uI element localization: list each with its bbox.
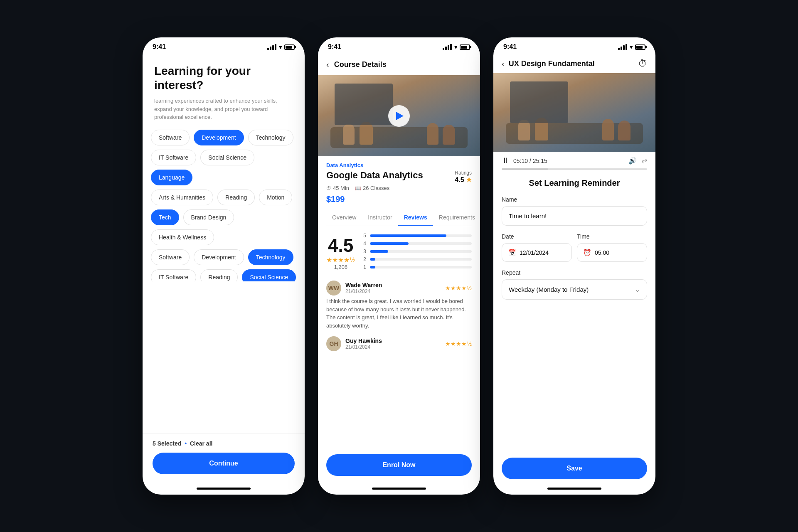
course-meta-left: ⏱ 45 Min 📖 26 Classes	[326, 185, 423, 191]
video-controls: ⏸ 05:10 / 25:15 🔊 ⇄	[493, 152, 655, 172]
tag-reading-2[interactable]: Reading	[200, 269, 238, 281]
play-button[interactable]	[388, 105, 410, 127]
repeat-select[interactable]: Weekday (Monday to Friday) ⌄	[502, 279, 647, 300]
pause-icon[interactable]: ⏸	[502, 156, 509, 165]
reviewer-info-2: GH Guy Hawkins 21/01/2024	[326, 336, 382, 351]
date-label: Date	[502, 233, 572, 240]
tag-tech-1[interactable]: Tech	[151, 209, 179, 225]
battery-icon-3	[635, 44, 645, 50]
reviewer-date-2: 21/01/2024	[345, 344, 382, 350]
save-footer: Save	[493, 458, 655, 484]
form-group-name: Name	[502, 196, 647, 226]
course-details-title: Course Details	[334, 60, 387, 69]
ux-title: UX Design Fundamental	[509, 59, 595, 68]
form-group-date: Date 📅 12/01/2024	[502, 233, 572, 262]
tag-row-5: Software Development Technology	[151, 249, 296, 265]
course-duration: ⏱ 45 Min	[326, 185, 349, 191]
tag-technology-2[interactable]: Technology	[248, 249, 293, 265]
rating-number: 4.5	[326, 235, 355, 256]
tab-instructor[interactable]: Instructor	[362, 210, 398, 226]
selected-count: 5 Selected • Clear all	[153, 440, 295, 447]
status-icons: ▾	[267, 44, 295, 50]
tag-it-software-1[interactable]: IT Software	[151, 150, 196, 165]
tag-it-software-2[interactable]: IT Software	[151, 269, 196, 281]
course-info-section: Data Analytics Google Data Analytics ⏱ 4…	[318, 156, 480, 449]
date-input[interactable]: 📅 12/01/2024	[502, 243, 572, 262]
home-indicator-2	[372, 488, 426, 490]
tag-arts-1[interactable]: Arts & Humanities	[151, 190, 213, 205]
header-left: ‹ UX Design Fundamental	[502, 59, 595, 69]
status-time: 9:41	[153, 43, 166, 51]
tag-row-4: Tech Brand Design Health & Wellness	[151, 209, 296, 245]
tag-row-3: Arts & Humanities Reading Motion	[151, 190, 296, 205]
rating-section: 4.5 ★★★★½ 1,206 5 4 3 2	[326, 233, 472, 272]
volume-icon[interactable]: 🔊	[628, 157, 637, 165]
continue-button[interactable]: Continue	[153, 453, 295, 474]
tags-container: Software Development Technology IT Softw…	[143, 121, 305, 281]
video-section[interactable]	[493, 73, 655, 152]
wifi-icon: ▾	[279, 44, 282, 50]
reviewer-info-1: WW Wade Warren 21/01/2024	[326, 281, 382, 296]
reviewer-name-2: Guy Hawkins	[345, 337, 382, 344]
tag-reading-1[interactable]: Reading	[217, 190, 255, 205]
tag-row-1: Software Development Technology	[151, 130, 296, 145]
reviewer-avatar-2: GH	[326, 336, 341, 351]
bar-row-2: 2	[363, 256, 472, 262]
status-icons-3: ▾	[618, 44, 645, 50]
timer-icon[interactable]: ⏱	[638, 58, 647, 69]
progress-fill	[502, 168, 548, 170]
signal-icon-3	[618, 44, 627, 50]
tag-health-1[interactable]: Health & Wellness	[151, 229, 214, 245]
back-button[interactable]: ‹	[326, 60, 329, 69]
time-value: 05.00	[595, 249, 609, 256]
wifi-icon-3: ▾	[630, 44, 633, 50]
tag-development-2[interactable]: Development	[194, 249, 244, 265]
tab-overview[interactable]: Overview	[326, 210, 362, 226]
clear-all-button[interactable]: Clear all	[190, 440, 212, 447]
shuffle-icon[interactable]: ⇄	[642, 157, 647, 165]
phone-interest-selection: 9:41 ▾ Learning for your interest? learn…	[143, 37, 305, 495]
status-time-3: 9:41	[503, 43, 517, 51]
review-stars-1: ★★★★½	[445, 285, 472, 291]
review-card-2: GH Guy Hawkins 21/01/2024 ★★★★½	[326, 336, 472, 351]
phone-ux-design: 9:41 ▾ ‹ UX Design Fundamental ⏱	[493, 37, 655, 495]
tag-software-1[interactable]: Software	[151, 130, 190, 145]
tag-row-2: IT Software Social Science Language	[151, 150, 296, 185]
tag-development-1[interactable]: Development	[194, 130, 244, 145]
status-bar-2: 9:41 ▾	[318, 37, 480, 54]
time-input[interactable]: ⏰ 05.00	[577, 243, 647, 262]
form-group-repeat: Repeat Weekday (Monday to Friday) ⌄	[502, 269, 647, 300]
name-input[interactable]	[502, 206, 647, 226]
progress-bar[interactable]	[502, 168, 647, 170]
play-icon	[396, 112, 404, 120]
course-video-thumbnail[interactable]	[318, 75, 480, 156]
reminder-section: Set Learning Reminder Name Date 📅 12/01/…	[493, 172, 655, 458]
interest-footer: 5 Selected • Clear all Continue	[143, 433, 305, 484]
status-icons-2: ▾	[443, 44, 470, 50]
bar-row-1: 1	[363, 264, 472, 270]
tag-technology-1[interactable]: Technology	[248, 130, 293, 145]
tag-social-science-1[interactable]: Social Science	[200, 150, 254, 165]
status-bar: 9:41 ▾	[143, 37, 305, 54]
tag-language-1[interactable]: Language	[151, 170, 192, 185]
name-label: Name	[502, 196, 647, 203]
save-button[interactable]: Save	[502, 458, 647, 479]
tab-reviews[interactable]: Reviews	[398, 210, 433, 226]
chevron-down-icon: ⌄	[635, 286, 640, 293]
ux-header: ‹ UX Design Fundamental ⏱	[493, 54, 655, 73]
tag-software-2[interactable]: Software	[151, 249, 190, 265]
tag-brand-design-1[interactable]: Brand Design	[183, 209, 234, 225]
course-header: ‹ Course Details	[318, 54, 480, 75]
rating-big: 4.5 ★★★★½ 1,206	[326, 235, 355, 270]
clock-icon-3: ⏰	[583, 249, 591, 256]
back-button-3[interactable]: ‹	[502, 59, 505, 69]
status-bar-3: 9:41 ▾	[493, 37, 655, 54]
home-indicator-3	[547, 488, 601, 490]
interest-header: Learning for your interest? learning exp…	[143, 54, 305, 121]
tag-motion-1[interactable]: Motion	[259, 190, 292, 205]
tab-requirements[interactable]: Requirements	[433, 210, 480, 226]
clock-icon: ⏱	[326, 185, 331, 191]
enrol-button[interactable]: Enrol Now	[326, 454, 472, 476]
tag-social-science-2[interactable]: Social Science	[242, 269, 296, 281]
repeat-label: Repeat	[502, 269, 647, 276]
